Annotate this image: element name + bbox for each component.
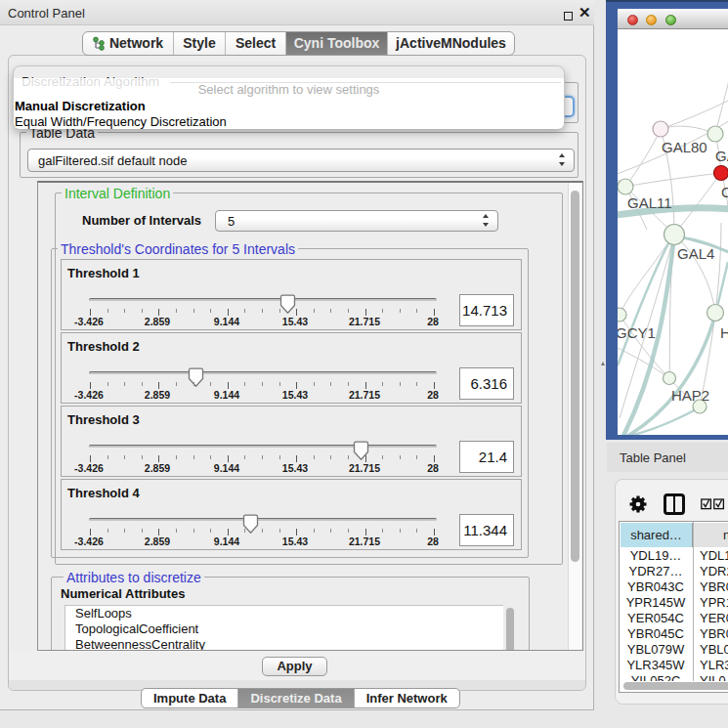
svg-text:HAP2: HAP2	[671, 387, 709, 404]
svg-text:GA: GA	[715, 148, 728, 164]
svg-text:C: C	[721, 184, 728, 200]
svg-text:GAL11: GAL11	[627, 194, 672, 211]
svg-text:H: H	[720, 324, 728, 341]
svg-text:GAL4: GAL4	[677, 245, 714, 262]
svg-text:GCY1: GCY1	[618, 324, 656, 341]
svg-text:GAL80: GAL80	[662, 139, 707, 155]
